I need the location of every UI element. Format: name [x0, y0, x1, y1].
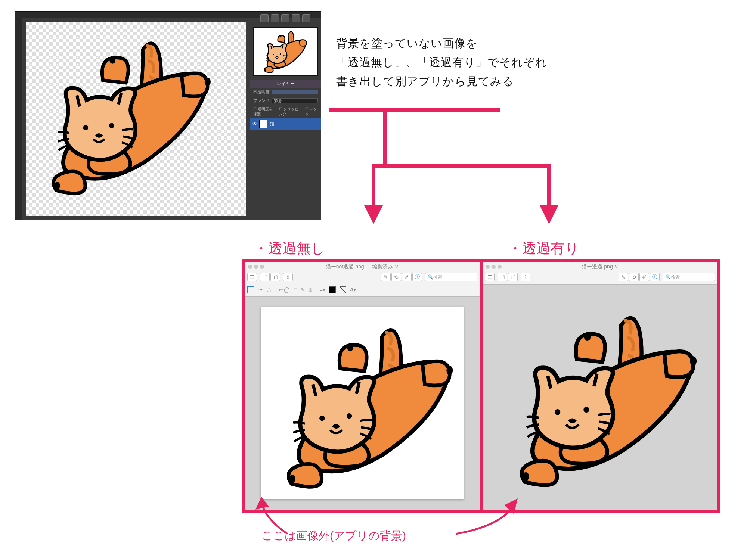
navigator-thumbnail — [253, 27, 318, 76]
info-icon[interactable]: ⓘ — [412, 273, 422, 281]
search-input[interactable]: 🔍 検索 — [663, 273, 715, 281]
selection-tool-icon[interactable] — [247, 286, 254, 293]
zoom-in-icon[interactable]: +⃝ — [270, 273, 280, 281]
text-icon[interactable]: T — [294, 287, 297, 293]
zoom-in-icon[interactable]: +⃝ — [508, 273, 518, 281]
paint-app-screenshot: レイヤー 不透明度 ブレンド 通常 ☐ 透明度を保護 ☐ クリッピング ☐ ロッ… — [15, 11, 321, 220]
markup-icon[interactable]: ✐ — [639, 273, 649, 281]
preview-titlebar: 猫ーnot透過.png — 編集済み ∨ ☰ −⃝ +⃝ ⇪ ✎ ⟲ ✐ ⓘ 🔍… — [245, 262, 480, 297]
search-input[interactable]: 🔍 検索 — [425, 273, 477, 281]
panel-tab-layer[interactable]: レイヤー — [250, 80, 321, 88]
preview-titlebar: 猫ー透過.png ∨ ☰ −⃝ +⃝ ⇪ ✎ ⟲ ✐ ⓘ 🔍 検索 — [483, 262, 717, 285]
opacity-label: 不透明度 — [253, 89, 270, 95]
branch-arrow — [329, 101, 560, 231]
preview-toolbar: ☰ −⃝ +⃝ ⇪ ✎ ⟲ ✐ ⓘ 🔍 検索 — [485, 271, 715, 283]
preview-toolbar: ☰ −⃝ +⃝ ⇪ ✎ ⟲ ✐ ⓘ 🔍 検索 — [247, 271, 477, 283]
highlight-icon[interactable]: ✎ — [619, 273, 628, 281]
preview-no-transparency: 猫ーnot透過.png — 編集済み ∨ ☰ −⃝ +⃝ ⇪ ✎ ⟲ ✐ ⓘ 🔍… — [245, 262, 483, 510]
svg-marker-8 — [504, 498, 518, 514]
preview-comparison-box: 猫ーnot透過.png — 編集済み ∨ ☰ −⃝ +⃝ ⇪ ✎ ⟲ ✐ ⓘ 🔍… — [242, 259, 720, 513]
zoom-out-icon[interactable]: −⃝ — [260, 273, 270, 281]
window-title: 猫ー透過.png ∨ — [483, 264, 717, 270]
share-icon[interactable]: ⇪ — [283, 273, 293, 281]
svg-marker-5 — [364, 205, 383, 224]
markup-toolbar: 〜 ◌ ▭◯ T ✎ ⎚ ≡▾ A▾ — [247, 284, 477, 295]
shapes-icon[interactable]: ▭◯ — [279, 287, 290, 293]
window-title: 猫ーnot透過.png — 編集済み ∨ — [245, 264, 480, 270]
explanation-text: 背景を塗っていない画像を 「透過無し」、「透過有り」でそれぞれ 書き出して別アプ… — [336, 34, 547, 91]
layer-thumbnail — [259, 120, 267, 128]
stroke-color-icon[interactable] — [329, 286, 336, 293]
line-weight-icon[interactable]: ≡▾ — [320, 287, 325, 293]
markup-icon[interactable]: ✐ — [402, 273, 412, 281]
fill-color-icon[interactable] — [340, 286, 346, 293]
highlight-icon[interactable]: ✎ — [381, 273, 391, 281]
label-no-transparency: ・透過無し — [254, 239, 325, 258]
sidebar-icon[interactable]: ☰ — [485, 273, 495, 281]
rotate-icon[interactable]: ⟲ — [391, 273, 401, 281]
rotate-icon[interactable]: ⟲ — [629, 273, 639, 281]
layer-row-selected[interactable]: 👁 猫 — [250, 118, 321, 130]
cat-illustration — [287, 323, 459, 495]
editor-side-panel: レイヤー 不透明度 ブレンド 通常 ☐ 透明度を保護 ☐ クリッピング ☐ ロッ… — [250, 25, 321, 220]
svg-marker-7 — [255, 497, 269, 510]
info-icon[interactable]: ⓘ — [650, 273, 660, 281]
line-tool-icon[interactable]: 〜 — [258, 286, 263, 293]
zoom-out-icon[interactable]: −⃝ — [498, 273, 507, 281]
font-icon[interactable]: A▾ — [350, 287, 356, 293]
blend-dropdown[interactable]: 通常 — [272, 98, 318, 103]
sign-icon[interactable]: ✎ — [301, 287, 305, 293]
layer-name: 猫 — [270, 121, 274, 127]
lasso-tool-icon[interactable]: ◌ — [267, 287, 271, 293]
cat-illustration — [520, 311, 703, 494]
editor-canvas-transparent — [26, 22, 246, 216]
cat-illustration-mini — [260, 30, 313, 75]
callout-text: ここは画像外(アプリの背景) — [261, 528, 406, 544]
image-area-white-bg — [261, 307, 464, 499]
svg-marker-6 — [540, 205, 558, 224]
opacity-slider[interactable] — [272, 90, 318, 94]
cat-illustration — [52, 37, 216, 201]
preview-with-transparency: 猫ー透過.png ∨ ☰ −⃝ +⃝ ⇪ ✎ ⟲ ✐ ⓘ 🔍 検索 — [483, 262, 717, 510]
label-with-transparency: ・透過有り — [508, 239, 579, 258]
sidebar-icon[interactable]: ☰ — [247, 273, 257, 281]
eye-icon[interactable]: 👁 — [252, 121, 257, 127]
editor-top-icons — [257, 12, 321, 25]
blend-label: ブレンド — [253, 98, 270, 103]
adjust-icon[interactable]: ⎚ — [309, 287, 312, 293]
protect-alpha-label: 透明度を保護 — [253, 107, 273, 116]
ruler-vertical — [15, 12, 22, 220]
share-icon[interactable]: ⇪ — [521, 273, 530, 281]
